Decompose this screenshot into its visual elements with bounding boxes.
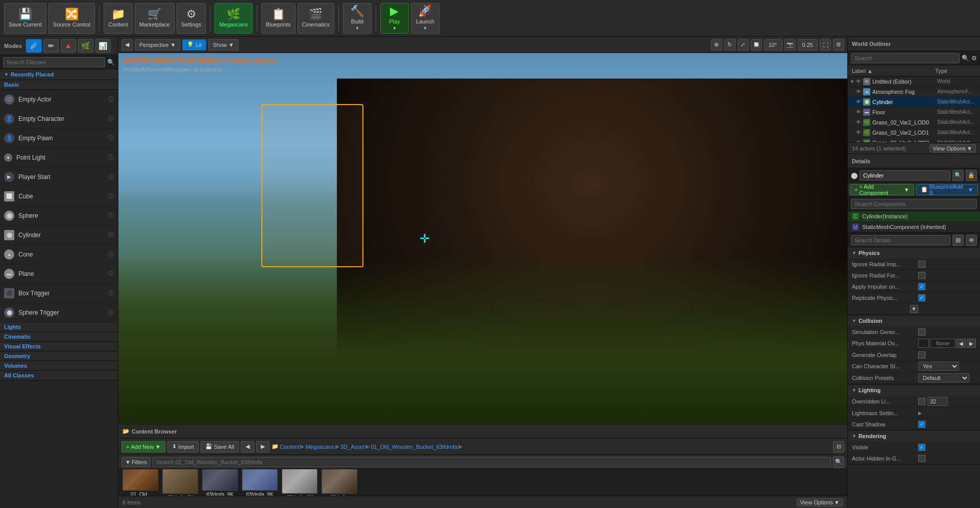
actor-info-player-start[interactable]: ⓘ: [108, 173, 114, 181]
mode-btn-1[interactable]: ✏: [43, 39, 59, 53]
checkbox-gen-overlap[interactable]: [918, 351, 925, 359]
select-collision-presets[interactable]: Default Custom NoCollision BlockAll: [918, 373, 969, 383]
viewport-perspective-btn[interactable]: Perspective ▼: [135, 39, 180, 50]
actor-info-plane[interactable]: ⓘ: [108, 270, 114, 277]
details-search-icon-btn[interactable]: 🔍: [952, 170, 964, 181]
checkbox-apply-impulse[interactable]: [918, 283, 925, 290]
viewport-scale-value[interactable]: 0.25: [798, 39, 818, 50]
path-content[interactable]: Content: [280, 444, 300, 450]
asset-displacement[interactable]: tl3fdmfa_8K _Displacemen...: [202, 469, 238, 496]
component-cylinder-instance[interactable]: C Cylinder(Instance): [848, 211, 980, 222]
path-3d-asset[interactable]: 3D_Asset: [340, 444, 365, 450]
viewport-lit-btn[interactable]: 💡 Lit: [182, 39, 206, 50]
wo-item-grass-1[interactable]: 👁 🌿 Grass_02_Var2_LOD1 StaticMeshAct...: [848, 128, 980, 138]
wo-view-options-btn[interactable]: View Options ▼: [929, 144, 976, 153]
cb-search-icon-btn[interactable]: 🔍: [833, 456, 844, 468]
mode-btn-2[interactable]: 🔺: [61, 39, 76, 53]
actor-item-empty-actor[interactable]: ⬡ Empty Actor ⓘ: [0, 90, 118, 109]
wo-col-label[interactable]: Label ▲: [852, 68, 935, 74]
actor-item-cube[interactable]: ⬜ Cube ⓘ: [0, 187, 118, 206]
blueprints-button[interactable]: 📋 Blueprints: [261, 3, 296, 34]
wo-item-grass-2[interactable]: 👁 🌿 Grass_02_Var2_LOD2 StaticMeshAct...: [848, 138, 980, 142]
actor-item-cylinder[interactable]: ⬤ Cylinder ⓘ: [0, 225, 118, 245]
mode-btn-4[interactable]: 📊: [95, 39, 111, 53]
cb-view-options-btn[interactable]: View Options ▼: [797, 498, 844, 506]
wo-item-cylinder[interactable]: 👁 ⬤ Cylinder StaticMeshAct...: [848, 97, 980, 107]
viewport-rotate-btn[interactable]: ↻: [724, 39, 736, 50]
viewport-show-btn[interactable]: Show ▼: [208, 39, 238, 50]
viewport-grid-value[interactable]: 10°: [764, 39, 782, 50]
search-classes-input[interactable]: [3, 57, 105, 67]
actor-info-cube[interactable]: ⓘ: [108, 192, 114, 200]
asset-lod[interactable]: tl3fdmfa_ LOD0: [322, 469, 357, 496]
checkbox-actor-hidden[interactable]: [918, 455, 925, 462]
phys-mat-arrow-right[interactable]: ▶: [967, 339, 976, 348]
details-view-btn-1[interactable]: ▤: [952, 235, 964, 246]
component-static-mesh[interactable]: M StaticMeshComponent (Inherited): [848, 222, 980, 233]
actor-item-sphere-trigger[interactable]: ⬤ Sphere Trigger ⓘ: [0, 303, 118, 322]
category-cinematic[interactable]: Cinematic: [0, 332, 118, 342]
checkbox-cast-shadow[interactable]: [918, 421, 925, 428]
category-all-classes[interactable]: All Classes: [0, 371, 118, 380]
checkbox-ignore-radial-for[interactable]: [918, 272, 925, 279]
wo-item-floor[interactable]: 👁 ▬ Floor StaticMeshAct...: [848, 107, 980, 117]
category-lights[interactable]: Lights: [0, 322, 118, 332]
content-button[interactable]: 📁 Content: [104, 3, 133, 34]
path-bucket-folder[interactable]: 01_Old_Wooden_Bucket_tl3ifdmfa: [371, 444, 457, 450]
world-outliner-search-input[interactable]: [851, 53, 960, 63]
filters-button[interactable]: ▼ Filters: [121, 457, 151, 467]
overridden-li-input[interactable]: [927, 397, 948, 406]
save-button[interactable]: 💾 Save Current: [4, 3, 46, 34]
viewport-settings-btn[interactable]: ⚙: [833, 39, 844, 50]
details-name-input[interactable]: [860, 170, 950, 181]
actor-item-cone[interactable]: ▲ Cone ⓘ: [0, 245, 118, 264]
details-search-input[interactable]: [851, 199, 977, 209]
blueprint-add-btn[interactable]: 📋 Blueprint/Add S ▼: [916, 184, 978, 195]
category-visual-effects[interactable]: Visual Effects: [0, 342, 118, 351]
viewport-transform-btn[interactable]: ⊕: [711, 39, 722, 50]
wo-item-atm-fog[interactable]: 👁 ☁ Atmospheric Fog AtmosphericF...: [848, 87, 980, 97]
asset-albedo[interactable]: tl3fdmfa_8K _Albedo: [162, 469, 198, 496]
viewport-snap-btn[interactable]: 🔲: [751, 39, 762, 50]
play-button[interactable]: ▶ Play ▼: [380, 3, 409, 34]
actor-item-sphere[interactable]: ⬤ Sphere ⓘ: [0, 206, 118, 225]
details-view-btn-2[interactable]: 👁: [966, 235, 977, 246]
actor-info-empty-actor[interactable]: ⓘ: [108, 95, 114, 103]
add-new-button[interactable]: + Add New ▼: [121, 441, 165, 452]
asset-roughness[interactable]: tl3fdmfa_8K _Roughness: [282, 469, 317, 496]
checkbox-sim-gen[interactable]: [918, 328, 925, 336]
asset-bucket[interactable]: 01_Old_ Wooden_ Bucket: [122, 469, 158, 496]
path-megascans[interactable]: Megascans: [305, 444, 334, 450]
actor-info-point-light[interactable]: ⓘ: [108, 154, 114, 161]
checkbox-ignore-radial-imp[interactable]: [918, 261, 925, 268]
asset-normal[interactable]: tl3fdmfa_8K _Normal_ LOD0: [242, 469, 278, 496]
viewport[interactable]: LIGHTING NEEDS TO BE REBUILT (7 unbuilt …: [118, 53, 847, 424]
viewport-camera-btn[interactable]: 📷: [785, 39, 796, 50]
viewport-scale-btn[interactable]: ⤢: [738, 39, 749, 50]
checkbox-overridden-li[interactable]: [918, 398, 925, 405]
cb-collapse-btn[interactable]: ⊟: [833, 441, 844, 452]
mode-btn-3[interactable]: 🌿: [78, 39, 93, 53]
recently-placed-section[interactable]: Recently Placed: [0, 69, 118, 80]
actor-info-cone[interactable]: ⓘ: [108, 250, 114, 258]
actor-info-box-trigger[interactable]: ⓘ: [108, 289, 114, 297]
megascans-button[interactable]: 🌿 Megascans: [214, 3, 252, 34]
viewport-minimize-btn[interactable]: ◀: [121, 39, 133, 50]
checkbox-replicate-physics[interactable]: [918, 294, 925, 301]
checkbox-visible[interactable]: [918, 444, 925, 451]
actor-info-empty-pawn[interactable]: ⓘ: [108, 134, 114, 142]
settings-button[interactable]: ⚙ Settings: [177, 3, 206, 34]
wo-col-type[interactable]: Type: [935, 68, 976, 74]
actor-item-empty-character[interactable]: 👤 Empty Character ⓘ: [0, 109, 118, 129]
mode-btn-0[interactable]: 🖊: [26, 39, 41, 53]
actor-item-empty-pawn[interactable]: 👤 Empty Pawn ⓘ: [0, 129, 118, 148]
actor-info-cylinder[interactable]: ⓘ: [108, 231, 114, 239]
launch-button[interactable]: 🚀 Launch ▼: [411, 3, 439, 34]
physics-expand-btn[interactable]: ▼: [910, 305, 918, 313]
rendering-section-header[interactable]: ▼ Rendering: [848, 430, 980, 442]
cinematics-button[interactable]: 🎬 Cinematics: [298, 3, 334, 34]
wo-item-grass-0[interactable]: 👁 🌿 Grass_02_Var2_LOD0 StaticMeshAct...: [848, 117, 980, 128]
physics-section-header[interactable]: ▼ Physics: [848, 247, 980, 259]
build-button[interactable]: 🔨 Build ▼: [343, 3, 372, 34]
actor-item-box-trigger[interactable]: ⬛ Box Trigger ⓘ: [0, 284, 118, 303]
